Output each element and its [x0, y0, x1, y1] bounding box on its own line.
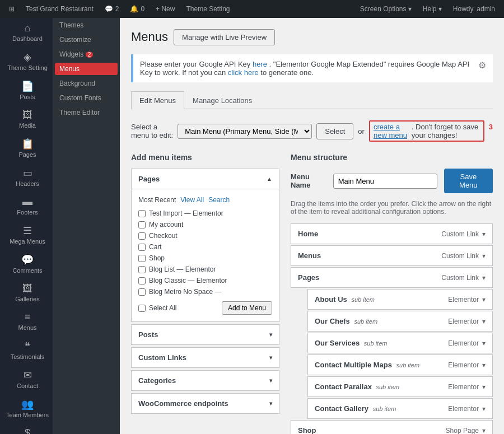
sidebar-item-media[interactable]: 🖼 Media: [0, 105, 53, 133]
page-checkbox-input-4[interactable]: [138, 255, 146, 262]
sidebar-item-label: Comments: [12, 267, 42, 274]
page-checkbox-input-0[interactable]: [138, 210, 146, 217]
submenu-item-background[interactable]: Background: [53, 76, 120, 91]
sidebar-item-headers[interactable]: ▭ Headers: [0, 162, 53, 192]
notice-here-link[interactable]: here: [253, 60, 267, 68]
submenu-item-themes[interactable]: Themes: [53, 18, 120, 32]
select-all-label[interactable]: Select All: [138, 304, 176, 312]
create-menu-highlight-box: create a new menu . Don't forget to save…: [369, 120, 484, 142]
add-to-menu-btn[interactable]: Add to Menu: [222, 301, 272, 315]
sub-item-label: sub item: [364, 340, 388, 347]
appearance-submenu: Themes Customize Widgets 2 Menus Backgro…: [53, 18, 120, 434]
menu-item-chevron-icon[interactable]: ▾: [482, 427, 486, 435]
sidebar-item-label: Dashboard: [12, 35, 43, 42]
theme-setting-link[interactable]: Theme Setting: [181, 0, 234, 18]
menu-item-chevron-icon[interactable]: ▾: [482, 274, 486, 282]
page-checkbox-input-3[interactable]: [138, 244, 146, 251]
page-checkbox-4[interactable]: Shop: [138, 254, 272, 262]
page-checkbox-label-2: Checkout: [149, 232, 178, 240]
help-btn[interactable]: Help ▾: [418, 0, 446, 18]
woocommerce-accordion-header[interactable]: WooCommerce endpoints ▾: [132, 394, 279, 413]
save-menu-btn[interactable]: Save Menu: [444, 169, 493, 193]
sidebar-item-testimonials[interactable]: ❝ Testimonials: [0, 335, 53, 365]
page-checkbox-3[interactable]: Cart: [138, 243, 272, 251]
sidebar-item-posts[interactable]: 📄 Posts: [0, 76, 53, 105]
sidebar-item-pricing[interactable]: $ Pricing: [0, 423, 53, 434]
menu-item-name: Contact Multiple Maps sub item: [315, 361, 419, 369]
page-checkbox-input-1[interactable]: [138, 221, 146, 228]
page-checkbox-1[interactable]: My account: [138, 221, 272, 228]
menu-item-chevron-icon[interactable]: ▾: [482, 296, 486, 304]
notice-click-here-link[interactable]: click here: [228, 68, 259, 77]
menu-item-our-services: Our Services sub item Elementor ▾: [307, 333, 493, 353]
tab-manage-locations[interactable]: Manage Locations: [184, 91, 260, 109]
sidebar-item-label: Footers: [17, 209, 38, 216]
sidebar-item-contact[interactable]: ✉ Contact: [0, 365, 53, 394]
select-all-row: Select All Add to Menu: [138, 301, 272, 315]
custom-links-accordion-header[interactable]: Custom Links ▾: [132, 348, 279, 367]
page-checkbox-input-6[interactable]: [138, 277, 146, 284]
menu-item-chevron-icon[interactable]: ▾: [482, 361, 486, 369]
galleries-icon: 🖼: [22, 283, 32, 295]
sidebar-item-label: Menus: [18, 324, 36, 331]
admin-bar-left: ⊞ Test Grand Restaurant 💬 2 🔔 0 + New Th…: [4, 0, 235, 18]
menu-select-dropdown[interactable]: Main Menu (Primary Menu, Side (Mobile) M…: [178, 124, 312, 139]
sidebar-item-dashboard[interactable]: ⌂ Dashboard: [0, 18, 53, 46]
create-new-menu-link[interactable]: create a new menu: [374, 123, 410, 139]
menu-item-chevron-icon[interactable]: ▾: [482, 252, 486, 260]
sidebar-item-mega-menus[interactable]: ☰ Mega Menus: [0, 220, 53, 249]
manage-live-preview-btn[interactable]: Manage with Live Preview: [174, 29, 275, 45]
page-checkbox-5[interactable]: Blog List — Elementor: [138, 265, 272, 273]
menu-item-name: Home: [298, 230, 318, 238]
notice-close-btn[interactable]: ⚙: [478, 60, 486, 71]
sidebar-item-footers[interactable]: ▬ Footers: [0, 192, 53, 220]
menu-item-chevron-icon[interactable]: ▾: [482, 318, 486, 325]
site-name[interactable]: Test Grand Restaurant: [21, 0, 98, 18]
step-3-label: 3: [489, 123, 493, 131]
search-pages-link[interactable]: Search: [208, 196, 230, 204]
categories-accordion-header[interactable]: Categories ▾: [132, 371, 279, 390]
sidebar-item-pages[interactable]: 📋 Pages: [0, 133, 53, 162]
menu-item-chevron-icon[interactable]: ▾: [482, 339, 486, 347]
submenu-item-theme-editor[interactable]: Theme Editor: [53, 105, 120, 120]
submenu-item-customize[interactable]: Customize: [53, 32, 120, 47]
notifications-link[interactable]: 🔔 0: [125, 0, 149, 18]
menu-item-chevron-icon[interactable]: ▾: [482, 383, 486, 391]
menu-item-chevron-icon[interactable]: ▾: [482, 405, 486, 413]
contact-icon: ✉: [24, 369, 32, 381]
menu-name-input[interactable]: [333, 174, 437, 189]
sidebar-item-menus[interactable]: ≡ Menus: [0, 307, 53, 335]
pages-filter: Most Recent View All Search: [138, 196, 272, 204]
page-checkbox-2[interactable]: Checkout: [138, 232, 272, 240]
menu-name-row: Menu Name Save Menu: [291, 169, 493, 193]
submenu-item-menus[interactable]: Menus: [55, 63, 118, 75]
sidebar-item-theme-setting[interactable]: ◈ Theme Setting: [0, 46, 53, 76]
posts-accordion-header[interactable]: Posts ▾: [132, 325, 279, 344]
screen-options-btn[interactable]: Screen Options ▾: [356, 0, 416, 18]
sidebar-item-galleries[interactable]: 🖼 Galleries: [0, 278, 53, 307]
tab-edit-menus[interactable]: Edit Menus: [131, 91, 184, 109]
page-checkbox-input-2[interactable]: [138, 232, 146, 240]
submenu-item-widgets[interactable]: Widgets 2: [53, 47, 120, 62]
comments-link[interactable]: 💬 2: [100, 0, 124, 18]
pages-accordion-header[interactable]: Pages ▲: [132, 169, 279, 189]
menu-structure-title: Menu structure: [291, 153, 493, 162]
page-checkbox-7[interactable]: Blog Metro No Space —: [138, 288, 272, 296]
page-checkbox-input-7[interactable]: [138, 288, 146, 296]
submenu-item-custom-fonts[interactable]: Custom Fonts: [53, 91, 120, 105]
select-all-checkbox[interactable]: [138, 305, 146, 312]
wp-logo[interactable]: ⊞: [4, 0, 19, 18]
sub-item-label: sub item: [351, 296, 375, 303]
new-content-btn[interactable]: + New: [151, 0, 179, 18]
menu-item-name: Contact Gallery sub item: [315, 404, 396, 413]
menu-item-chevron-icon[interactable]: ▾: [482, 230, 486, 238]
sidebar-item-label: Mega Menus: [10, 238, 45, 245]
page-checkbox-0[interactable]: Test Import — Elementor: [138, 209, 272, 217]
sidebar-item-comments[interactable]: 💬 Comments: [0, 249, 53, 278]
view-all-link[interactable]: View All: [180, 196, 204, 204]
page-checkbox-6[interactable]: Blog Classic — Elementor: [138, 277, 272, 284]
select-all-text: Select All: [149, 304, 176, 312]
page-checkbox-input-5[interactable]: [138, 266, 146, 273]
sidebar-item-team-members[interactable]: 👥 Team Members: [0, 394, 53, 423]
menu-select-btn[interactable]: Select: [316, 123, 353, 139]
